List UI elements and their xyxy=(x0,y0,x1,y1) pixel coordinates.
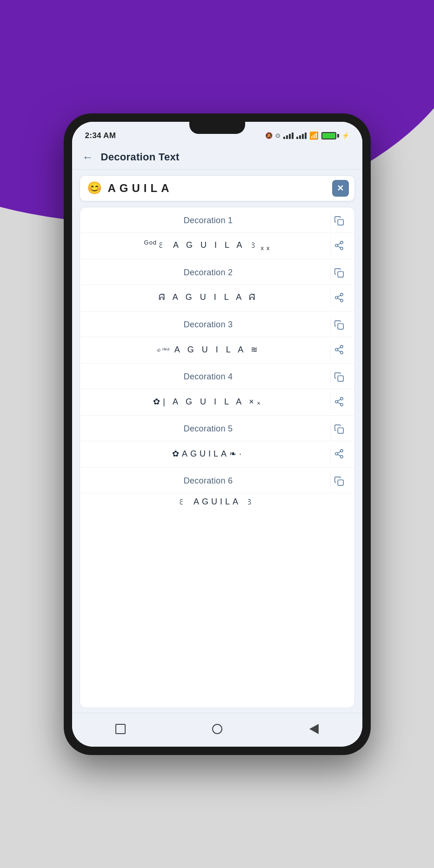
share-icon-2 xyxy=(334,292,344,303)
svg-line-17 xyxy=(338,347,341,349)
decoration-label-2: Decoration 2 xyxy=(87,268,330,278)
decoration-header-row-2: Decoration 2 xyxy=(80,259,354,285)
recent-apps-button[interactable] xyxy=(110,719,131,739)
decoration-preview-3: ꩜ᴵᴺᵈ A G U I L A ≋ xyxy=(87,345,330,355)
wifi-icon: 📶 xyxy=(309,131,319,140)
decoration-list: Decoration 1 God꒰ A G U I L A ꒱xx xyxy=(80,207,355,708)
svg-line-23 xyxy=(338,399,341,401)
svg-rect-12 xyxy=(338,324,343,329)
svg-line-4 xyxy=(338,246,341,248)
svg-point-21 xyxy=(341,403,343,406)
decoration-header-row-3: Decoration 3 xyxy=(80,311,354,337)
status-time: 2:34 AM xyxy=(85,131,116,140)
share-button-3[interactable] xyxy=(330,341,348,358)
copy-button-3[interactable] xyxy=(330,316,348,334)
share-button-2[interactable] xyxy=(330,289,348,306)
copy-icon-4 xyxy=(334,372,344,382)
decoration-preview-row-5: ✿AGUILA❧· xyxy=(80,441,354,467)
decoration-preview-row-2: ᕱ̈ A G U I L A ᕱ̈ xyxy=(80,285,354,311)
signal-bar xyxy=(286,135,288,139)
share-icon-1 xyxy=(334,240,344,251)
decoration-header-row-1: Decoration 1 xyxy=(80,207,354,233)
decoration-label-3: Decoration 3 xyxy=(87,320,330,330)
signal-bar xyxy=(305,133,307,139)
vpn-icon: ⊙ xyxy=(275,132,280,139)
copy-button-2[interactable] xyxy=(330,264,348,282)
battery xyxy=(321,132,339,139)
battery-tip xyxy=(337,134,339,138)
svg-point-8 xyxy=(335,296,338,299)
signal-bars-2 xyxy=(296,133,307,139)
signal-bar xyxy=(299,135,301,139)
copy-icon-2 xyxy=(334,268,344,278)
decoration-label-5: Decoration 5 xyxy=(87,424,330,434)
back-button[interactable]: ← xyxy=(82,151,93,164)
copy-button-4[interactable] xyxy=(330,368,348,386)
decoration-item-4: Decoration 4 ✿| A G U I L A ×ₓ xyxy=(80,364,354,416)
phone-device: 2:34 AM 🔕 ⊙ xyxy=(64,113,371,755)
copy-button-6[interactable] xyxy=(330,472,348,490)
svg-line-22 xyxy=(338,402,341,404)
signal-bars-1 xyxy=(283,133,294,139)
copy-button-5[interactable] xyxy=(330,420,348,438)
status-bar: 2:34 AM 🔕 ⊙ xyxy=(72,122,362,146)
signal-bar xyxy=(296,137,298,139)
share-button-1[interactable] xyxy=(330,237,348,254)
svg-point-9 xyxy=(341,299,343,302)
decoration-preview-6: ꒰ AGUILA ꒱ xyxy=(87,497,348,507)
svg-line-5 xyxy=(338,243,341,245)
signal-bar xyxy=(302,134,304,139)
status-right-icons: 🔕 ⊙ xyxy=(265,131,349,140)
clear-button[interactable]: ✕ xyxy=(332,180,349,197)
emoji-button[interactable]: 😊 xyxy=(86,179,103,197)
decoration-preview-2: ᕱ̈ A G U I L A ᕱ̈ xyxy=(87,292,330,302)
svg-point-25 xyxy=(341,449,343,452)
back-nav-icon xyxy=(309,724,319,734)
svg-point-19 xyxy=(341,397,343,400)
decoration-header-row-5: Decoration 5 xyxy=(80,416,354,441)
svg-rect-18 xyxy=(338,376,343,381)
decoration-header-row-6: Decoration 6 xyxy=(80,468,354,493)
signal-bar xyxy=(289,134,291,139)
decoration-item-3: Decoration 3 ꩜ᴵᴺᵈ A G U I L A ≋ xyxy=(80,311,354,364)
charging-icon: ⚡ xyxy=(342,132,349,139)
share-icon-5 xyxy=(334,449,344,459)
battery-fill xyxy=(322,133,335,139)
bottom-nav xyxy=(72,713,362,747)
decoration-label-4: Decoration 4 xyxy=(87,372,330,382)
svg-point-1 xyxy=(341,241,343,244)
mute-icon: 🔕 xyxy=(265,132,273,139)
svg-rect-30 xyxy=(338,480,343,485)
home-button[interactable] xyxy=(207,719,227,739)
copy-icon-3 xyxy=(334,320,344,330)
decoration-preview-1: God꒰ A G U I L A ꒱xx xyxy=(87,239,330,252)
signal-bar xyxy=(292,133,294,139)
scene: 2:34 AM 🔕 ⊙ xyxy=(0,0,434,868)
page-title: Decoration Text xyxy=(101,151,180,163)
battery-body xyxy=(321,132,336,139)
svg-line-10 xyxy=(338,298,341,300)
svg-point-3 xyxy=(341,247,343,250)
home-icon xyxy=(212,724,222,734)
svg-point-20 xyxy=(335,400,338,403)
search-input[interactable] xyxy=(103,182,332,195)
decoration-item-1: Decoration 1 God꒰ A G U I L A ꒱xx xyxy=(80,207,354,259)
notch xyxy=(189,122,245,134)
svg-point-13 xyxy=(341,345,343,348)
share-button-5[interactable] xyxy=(330,445,348,463)
decoration-preview-row-6: ꒰ AGUILA ꒱ xyxy=(80,493,354,511)
decoration-preview-row-1: God꒰ A G U I L A ꒱xx xyxy=(80,233,354,259)
share-button-4[interactable] xyxy=(330,393,348,411)
recent-apps-icon xyxy=(115,724,126,734)
copy-button-1[interactable] xyxy=(330,212,348,230)
back-nav-button[interactable] xyxy=(304,719,324,739)
decoration-header-row-4: Decoration 4 xyxy=(80,364,354,389)
copy-icon-1 xyxy=(334,216,344,226)
app-header: ← Decoration Text xyxy=(72,146,362,170)
svg-rect-24 xyxy=(338,428,343,433)
copy-icon-5 xyxy=(334,424,344,434)
svg-point-14 xyxy=(335,348,338,351)
phone-screen: 2:34 AM 🔕 ⊙ xyxy=(72,122,362,747)
svg-line-29 xyxy=(338,451,341,453)
decoration-item-6: Decoration 6 ꒰ AGUILA ꒱ xyxy=(80,468,354,511)
